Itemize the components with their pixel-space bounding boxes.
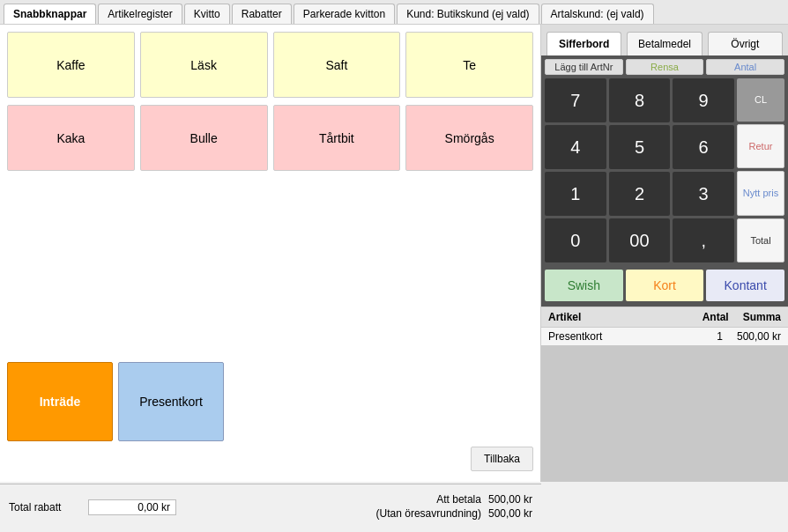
- numpad-rensa[interactable]: Rensa: [626, 59, 704, 75]
- tab-rabatter[interactable]: Rabatter: [232, 4, 292, 24]
- numpad-tab-ovrigt[interactable]: Övrigt: [708, 32, 783, 55]
- numpad-7[interactable]: 7: [545, 78, 606, 122]
- tab-kund[interactable]: Kund: Butikskund (ej vald): [397, 4, 539, 24]
- quick-btn-bulle[interactable]: Bulle: [140, 105, 268, 171]
- numpad-5[interactable]: 5: [609, 125, 671, 169]
- utan-value: 500,00 kr: [488, 507, 532, 520]
- receipt-summa-0: 500,00 kr: [737, 330, 781, 343]
- tillbaka-button[interactable]: Tillbaka: [471, 447, 533, 471]
- receipt-col-artikel: Artikel: [548, 311, 703, 323]
- numpad-lagg-till[interactable]: Lägg till ArtNr: [545, 59, 623, 75]
- quick-btn-saft[interactable]: Saft: [273, 32, 401, 98]
- tab-artalskund[interactable]: Artalskund: (ej vald): [541, 4, 654, 24]
- page-wrapper: Snabbknappar Artikelregister Kvitto Raba…: [0, 0, 788, 532]
- quick-btn-kaffe[interactable]: Kaffe: [7, 32, 135, 98]
- numpad-side-col: CL Retur Nytt pris Total: [737, 78, 784, 262]
- att-betala-row: Att betala 500,00 kr: [376, 493, 532, 506]
- att-betala-label: Att betala: [436, 493, 481, 506]
- numpad-0[interactable]: 0: [545, 218, 606, 262]
- numpad-6[interactable]: 6: [673, 125, 734, 169]
- quick-btn-tartbit[interactable]: Tårtbit: [273, 105, 401, 171]
- content-area: Kaffe Läsk Saft Te Kaka Bulle Tårtbit Sm…: [0, 25, 788, 482]
- numpad-top-row: Lägg till ArtNr Rensa Antal: [541, 55, 788, 75]
- quick-btn-lask[interactable]: Läsk: [140, 32, 268, 98]
- numpad-tab-bar: Sifferbord Betalmedel Övrigt: [541, 25, 788, 55]
- quick-btn-smorgas[interactable]: Smörgås: [405, 105, 533, 171]
- numpad-grid-area: 7 8 9 4 5 6 1 2 3 0 00 , CL: [541, 75, 788, 266]
- numpad-cl[interactable]: CL: [737, 78, 784, 122]
- att-betala-value: 500,00 kr: [488, 493, 532, 506]
- pay-kort[interactable]: Kort: [626, 270, 704, 301]
- quick-btn-kaka[interactable]: Kaka: [7, 105, 135, 171]
- numpad-antal[interactable]: Antal: [706, 59, 784, 75]
- receipt-row-0[interactable]: Presentkort 1 500,00 kr: [541, 328, 788, 345]
- spacer: [7, 178, 533, 353]
- numpad-1[interactable]: 1: [545, 172, 606, 216]
- pay-swish[interactable]: Swish: [545, 270, 623, 301]
- numpad-2[interactable]: 2: [609, 172, 671, 216]
- receipt-col-summa: Summa: [743, 311, 781, 323]
- pay-kontant[interactable]: Kontant: [706, 270, 784, 301]
- footer-row-1: Total rabatt 0,00 kr Att betala 500,00 k…: [9, 493, 532, 521]
- left-panel: Kaffe Läsk Saft Te Kaka Bulle Tårtbit Sm…: [0, 25, 541, 482]
- utan-label: (Utan öresavrundning): [376, 507, 481, 520]
- tab-parkerade-kvitton[interactable]: Parkerade kvitton: [294, 4, 395, 24]
- receipt-antal-0: 1: [717, 330, 723, 343]
- top-tab-bar: Snabbknappar Artikelregister Kvitto Raba…: [0, 0, 788, 25]
- numpad-nytt-pris[interactable]: Nytt pris: [737, 171, 784, 216]
- receipt-header: Artikel Antal Summa: [541, 307, 788, 328]
- footer-right: Att betala 500,00 kr (Utan öresavrundnin…: [376, 493, 532, 521]
- tillbaka-row: Tillbaka: [7, 447, 533, 471]
- numpad-total[interactable]: Total: [737, 218, 784, 263]
- tab-kvitto[interactable]: Kvitto: [184, 4, 230, 24]
- numpad-tab-betalmedel[interactable]: Betalmedel: [627, 32, 702, 55]
- numpad-8[interactable]: 8: [609, 78, 671, 122]
- tab-artikelregister[interactable]: Artikelregister: [98, 4, 182, 24]
- numpad-tab-sifferbord[interactable]: Sifferbord: [546, 32, 621, 55]
- total-rabatt-value: 0,00 kr: [88, 499, 176, 515]
- quick-row-1: Kaffe Läsk Saft Te: [7, 32, 533, 98]
- quick-btn-te[interactable]: Te: [405, 32, 533, 98]
- payment-buttons: Swish Kort Kontant: [541, 266, 788, 307]
- total-rabatt-label: Total rabatt: [9, 501, 88, 514]
- receipt-area: Artikel Antal Summa Presentkort 1 500,00…: [541, 307, 788, 482]
- special-buttons-row: Inträde Presentkort: [7, 362, 533, 441]
- numpad-comma[interactable]: ,: [673, 218, 734, 262]
- numpad-retur[interactable]: Retur: [737, 124, 784, 169]
- receipt-empty-area: [541, 345, 788, 482]
- right-panel: Sifferbord Betalmedel Övrigt Lägg till A…: [541, 25, 788, 482]
- receipt-artikel-0: Presentkort: [548, 330, 717, 343]
- quick-row-2: Kaka Bulle Tårtbit Smörgås: [7, 105, 533, 171]
- numpad-grid: 7 8 9 4 5 6 1 2 3 0 00 ,: [545, 78, 734, 262]
- quick-btn-presentkort[interactable]: Presentkort: [118, 362, 224, 441]
- utan-row: (Utan öresavrundning) 500,00 kr: [376, 507, 532, 520]
- numpad-3[interactable]: 3: [673, 172, 734, 216]
- footer-bar: Total rabatt 0,00 kr Att betala 500,00 k…: [0, 484, 541, 532]
- tab-snabbknappar[interactable]: Snabbknappar: [4, 4, 96, 24]
- quick-btn-intrade[interactable]: Inträde: [7, 362, 113, 441]
- numpad-wrapper: Lägg till ArtNr Rensa Antal 7 8 9 4 5 6 …: [541, 55, 788, 307]
- numpad-4[interactable]: 4: [545, 125, 606, 169]
- receipt-col-antal: Antal: [703, 311, 729, 323]
- numpad-00[interactable]: 00: [609, 218, 671, 262]
- numpad-9[interactable]: 9: [673, 78, 734, 122]
